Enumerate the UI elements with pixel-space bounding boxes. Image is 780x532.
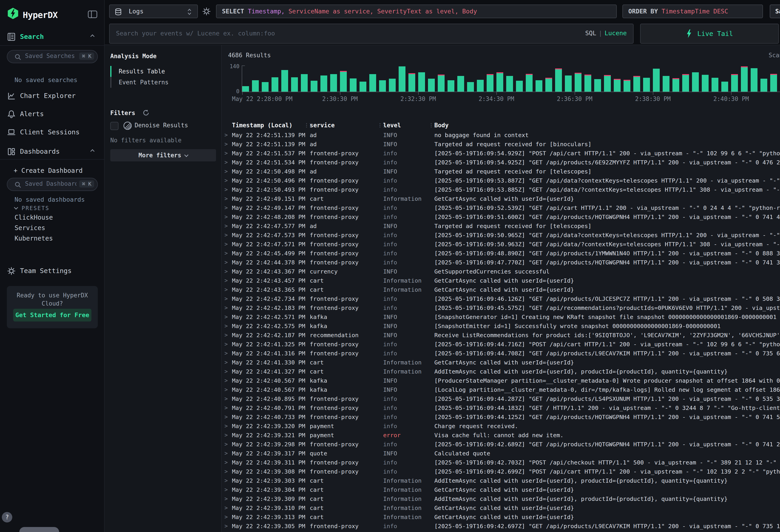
histogram-bar[interactable] — [751, 66, 758, 92]
histogram-bar[interactable] — [438, 66, 445, 92]
table-row[interactable]: >May 22 2:42:39.317 PMquoteINFOCalculate… — [222, 449, 780, 458]
histogram-bar[interactable] — [281, 66, 288, 92]
col-service[interactable]: service — [310, 122, 335, 129]
histogram-bar[interactable] — [467, 66, 474, 92]
histogram-bar[interactable] — [545, 66, 552, 92]
mode-results-table[interactable]: Results Table — [119, 66, 165, 77]
table-row[interactable]: >May 22 2:42:39.298 PMfrontend-proxyinfo… — [222, 440, 780, 449]
table-row[interactable]: >May 22 2:42:42.575 PMkafkaINFO[Snapshot… — [222, 322, 780, 331]
sidebar-item-team-settings[interactable]: Team Settings — [0, 266, 105, 277]
table-row[interactable]: >May 22 2:42:40.567 PMkafkaINFO[Producer… — [222, 376, 780, 385]
more-filters-button[interactable]: More filters — [110, 149, 216, 161]
histogram-bar[interactable] — [536, 66, 542, 92]
histogram-bar[interactable] — [712, 66, 718, 92]
table-row[interactable]: >May 22 2:42:39.302 PMfrontend-proxyinfo… — [222, 531, 780, 532]
table-row[interactable]: >May 22 2:42:39.311 PMfrontend-proxyinfo… — [222, 458, 780, 467]
table-row[interactable]: >May 22 2:42:43.367 PMcurrencyINFOGetSup… — [222, 267, 780, 276]
histogram-bar[interactable] — [262, 66, 269, 92]
histogram-bar[interactable] — [575, 66, 581, 92]
histogram-bar[interactable] — [252, 66, 259, 92]
table-row[interactable]: >May 22 2:42:39.320 PMpaymentinfoCharge … — [222, 422, 780, 431]
table-row[interactable]: >May 22 2:42:42.183 PMfrontend-proxyinfo… — [222, 303, 780, 312]
toggle-sql[interactable]: SQL — [585, 30, 596, 37]
histogram-bar[interactable] — [653, 66, 660, 92]
table-row[interactable]: >May 22 2:42:42.571 PMkafkaINFO[Snapshot… — [222, 312, 780, 322]
help-button[interactable]: ? — [2, 512, 12, 523]
table-row[interactable]: >May 22 2:42:51.139 PMadINFOno baggage f… — [222, 131, 780, 140]
table-row[interactable]: >May 22 2:42:51.534 PMfrontend-proxyinfo… — [222, 158, 780, 167]
histogram-bar[interactable] — [516, 66, 523, 92]
histogram-bar[interactable] — [418, 66, 425, 92]
save-search-button[interactable]: Save — [770, 5, 780, 18]
preset-item-services[interactable]: Services — [14, 224, 45, 232]
table-row[interactable]: >May 22 2:42:39.310 PMcartInformationGet… — [222, 503, 780, 513]
histogram-bar[interactable] — [614, 66, 621, 92]
table-row[interactable]: >May 22 2:42:39.304 PMcartInformationGet… — [222, 485, 780, 494]
select-clause-input[interactable]: SELECT Timestamp, ServiceName as service… — [216, 5, 617, 18]
get-started-button[interactable]: Get Started for Free — [13, 309, 91, 322]
table-row[interactable]: >May 22 2:42:41.330 PMcartInformationGet… — [222, 358, 780, 367]
table-row[interactable]: >May 22 2:42:39.303 PMcartInformationAdd… — [222, 476, 780, 485]
table-row[interactable]: >May 22 2:42:41.316 PMfrontend-proxyinfo… — [222, 349, 780, 358]
histogram-bar[interactable] — [457, 66, 464, 92]
histogram-bar[interactable] — [301, 66, 308, 92]
table-row[interactable]: >May 22 2:42:51.139 PMadINFOTargeted ad … — [222, 140, 780, 149]
histogram-bar[interactable] — [555, 66, 562, 92]
histogram-bar[interactable] — [389, 66, 396, 92]
histogram-bar[interactable] — [643, 66, 650, 92]
query-language-toggle[interactable]: SQL|Lucene — [585, 30, 627, 37]
histogram-bar[interactable] — [721, 66, 728, 92]
histogram-bar[interactable] — [350, 66, 356, 92]
table-row[interactable]: >May 22 2:42:39.321 PMpaymenterrorVisa c… — [222, 431, 780, 440]
mode-event-patterns[interactable]: Event Patterns — [119, 77, 168, 88]
histogram-bar[interactable] — [379, 66, 386, 92]
presets-toggle[interactable]: PRESETS — [14, 205, 49, 211]
histogram-bar[interactable] — [594, 66, 601, 92]
table-row[interactable]: >May 22 2:42:40.895 PMfrontend-proxyinfo… — [222, 394, 780, 403]
histogram-bar[interactable] — [673, 66, 679, 92]
histogram-bar[interactable] — [526, 66, 533, 92]
table-row[interactable]: >May 22 2:42:43.457 PMcartInformationGet… — [222, 276, 780, 285]
table-row[interactable]: >May 22 2:42:41.327 PMcartInformationAdd… — [222, 367, 780, 376]
histogram-bar[interactable] — [584, 66, 591, 92]
histogram-bar[interactable] — [682, 66, 689, 92]
event-search-input[interactable] — [115, 27, 548, 40]
col-level[interactable]: level — [383, 122, 401, 129]
histogram-bar[interactable] — [731, 66, 738, 92]
saved-dashboards-input[interactable] — [25, 180, 77, 187]
table-row[interactable]: >May 22 2:42:40.791 PMfrontend-proxyinfo… — [222, 403, 780, 413]
sidebar-item-alerts[interactable]: Alerts — [0, 109, 105, 119]
table-row[interactable]: >May 22 2:42:45.499 PMfrontend-proxyinfo… — [222, 249, 780, 258]
histogram-bar[interactable] — [702, 66, 709, 92]
table-row[interactable]: >May 22 2:42:42.187 PMrecommendationINFO… — [222, 331, 780, 340]
histogram-bar[interactable] — [340, 66, 347, 92]
histogram-bar[interactable] — [477, 66, 484, 92]
source-select[interactable]: Logs — [109, 5, 198, 18]
histogram-bar[interactable] — [242, 66, 249, 92]
table-row[interactable]: >May 22 2:42:47.577 PMadINFOTargeted ad … — [222, 222, 780, 231]
create-dashboard-button[interactable]: + Create Dashboard — [14, 167, 83, 175]
histogram-bar[interactable] — [506, 66, 513, 92]
table-row[interactable]: >May 22 2:42:47.571 PMfrontend-proxyinfo… — [222, 240, 780, 249]
histogram-bar[interactable] — [663, 66, 670, 92]
histogram-bar[interactable] — [447, 66, 454, 92]
table-row[interactable]: >May 22 2:42:43.365 PMcartInformationGet… — [222, 285, 780, 294]
histogram-bar[interactable] — [565, 66, 572, 92]
sidebar-item-chart-explorer[interactable]: Chart Explorer — [0, 91, 105, 101]
table-row[interactable]: >May 22 2:42:40.733 PMfrontend-proxyinfo… — [222, 413, 780, 422]
saved-dashboards-search[interactable]: ⌘ K — [7, 178, 98, 191]
col-timestamp[interactable]: Timestamp (Local) — [232, 122, 292, 129]
histogram-bar[interactable] — [291, 66, 298, 92]
order-by-input[interactable]: ORDER BY TimestampTime DESC — [622, 5, 763, 18]
table-row[interactable]: >May 22 2:42:50.493 PMfrontend-proxyinfo… — [222, 185, 780, 194]
table-row[interactable]: >May 22 2:42:39.305 PMfrontend-proxyinfo… — [222, 522, 780, 531]
histogram-bar[interactable] — [604, 66, 611, 92]
bottom-partial-pill[interactable] — [19, 527, 59, 532]
sidebar-item-client-sessions[interactable]: Client Sessions — [0, 127, 105, 138]
denoise-checkbox[interactable] — [110, 122, 118, 130]
histogram-bar[interactable] — [359, 66, 367, 92]
source-settings-gear-icon[interactable] — [202, 7, 211, 16]
live-tail-button[interactable]: Live Tail — [640, 23, 779, 44]
histogram-bar[interactable] — [330, 66, 337, 92]
histogram-bar[interactable] — [770, 66, 777, 92]
